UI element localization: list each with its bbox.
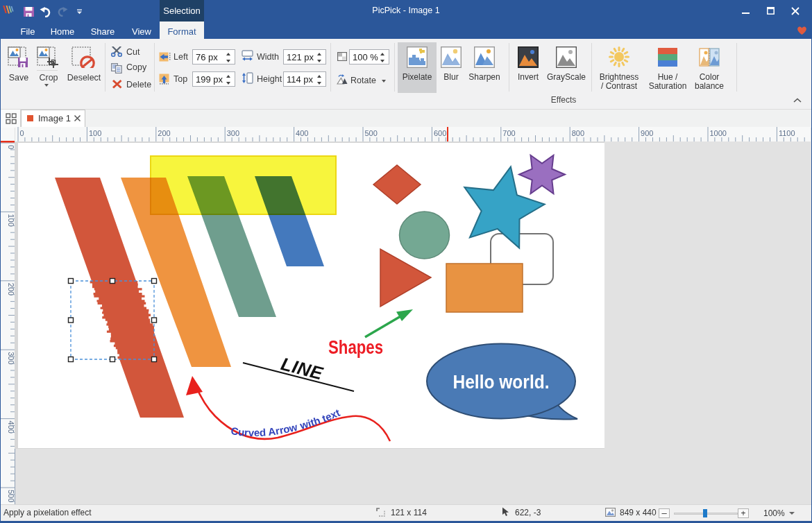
svg-text:100: 100 [7, 214, 15, 226]
svg-text:400: 400 [7, 421, 15, 434]
svg-text:200: 200 [158, 129, 170, 137]
svg-text:1000: 1000 [710, 129, 727, 137]
svg-text:500: 500 [365, 129, 378, 137]
svg-text:900: 900 [641, 129, 653, 137]
svg-text:800: 800 [572, 129, 584, 137]
svg-text:600: 600 [434, 129, 446, 137]
svg-text:500: 500 [7, 490, 15, 502]
svg-text:200: 200 [7, 283, 15, 295]
svg-text:300: 300 [227, 129, 239, 137]
svg-text:100: 100 [89, 129, 101, 137]
svg-text:0: 0 [7, 145, 15, 149]
svg-text:300: 300 [7, 352, 15, 364]
svg-text:700: 700 [502, 129, 515, 137]
svg-text:Shapes: Shapes [328, 337, 383, 358]
svg-text:0: 0 [20, 129, 24, 137]
svg-text:Hello world.: Hello world. [453, 372, 550, 393]
svg-text:400: 400 [296, 129, 308, 137]
svg-text:1100: 1100 [779, 129, 795, 137]
